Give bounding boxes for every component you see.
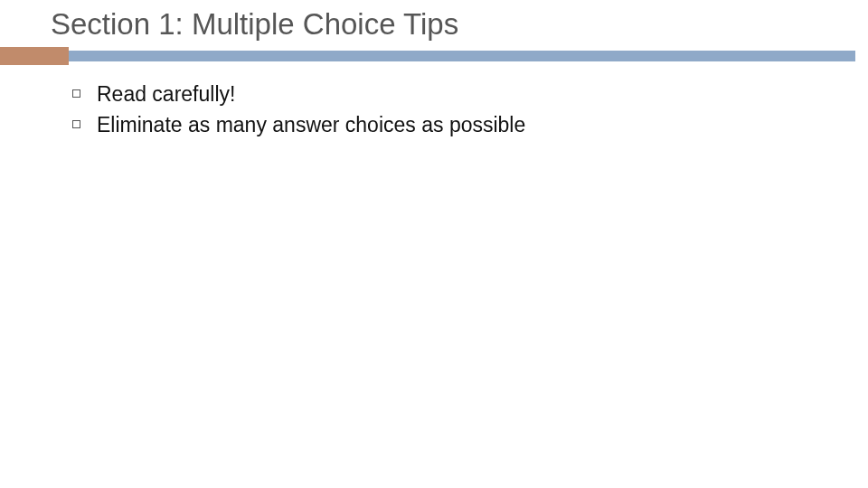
slide-title: Section 1: Multiple Choice Tips <box>0 0 467 45</box>
list-item: Eliminate as many answer choices as poss… <box>72 112 868 139</box>
divider-bar-accent <box>0 47 69 65</box>
slide: Section 1: Multiple Choice Tips Read car… <box>0 0 868 488</box>
divider-bar-main <box>0 51 855 61</box>
square-bullet-icon <box>72 89 80 98</box>
list-item-text: Eliminate as many answer choices as poss… <box>97 112 525 139</box>
content-area: Read carefully! Eliminate as many answer… <box>0 65 868 139</box>
list-item-text: Read carefully! <box>97 81 235 108</box>
divider-bar <box>0 47 868 65</box>
square-bullet-icon <box>72 120 80 128</box>
list-item: Read carefully! <box>72 81 868 108</box>
